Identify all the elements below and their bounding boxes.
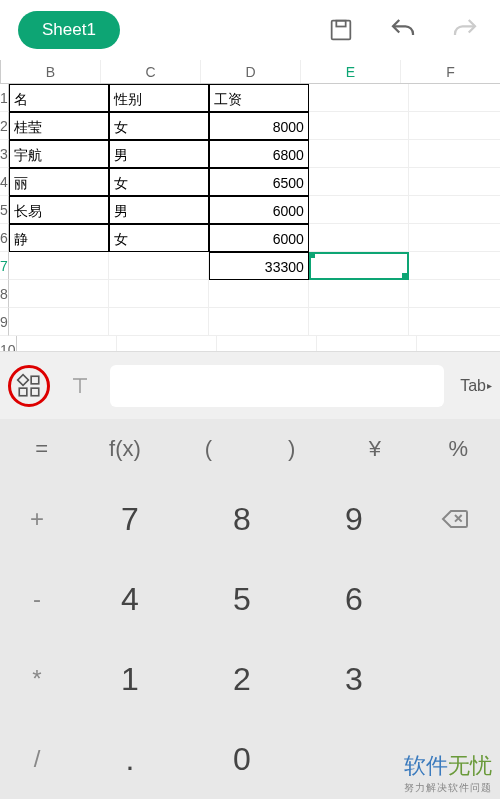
svg-rect-0: [332, 21, 351, 40]
row-header[interactable]: 6: [0, 224, 9, 252]
cell[interactable]: [409, 112, 500, 140]
cell[interactable]: [109, 252, 209, 280]
apps-icon[interactable]: [11, 366, 47, 406]
key-percent[interactable]: %: [417, 419, 500, 479]
watermark: 软件无忧 努力解决软件问题: [404, 751, 492, 795]
cell[interactable]: [9, 252, 109, 280]
col-header[interactable]: F: [401, 60, 500, 83]
cell[interactable]: [409, 280, 500, 308]
col-header[interactable]: B: [1, 60, 101, 83]
row-header[interactable]: 7: [0, 252, 9, 280]
key-equals[interactable]: =: [0, 419, 83, 479]
cell[interactable]: [209, 308, 309, 336]
cell[interactable]: 33300: [209, 252, 309, 280]
cell[interactable]: 女: [109, 112, 209, 140]
cell[interactable]: 女: [109, 224, 209, 252]
highlight-circle: [8, 365, 50, 407]
key-multiply[interactable]: *: [0, 639, 74, 719]
cell[interactable]: 男: [109, 140, 209, 168]
col-header[interactable]: C: [101, 60, 201, 83]
cell[interactable]: 性别: [109, 84, 209, 112]
row-header[interactable]: 3: [0, 140, 9, 168]
cell[interactable]: 6800: [209, 140, 309, 168]
key-8[interactable]: 8: [186, 479, 298, 559]
spreadsheet-grid[interactable]: B C D E F 1名性别工资2桂莹女80003宇航男68004丽女65005…: [0, 60, 500, 392]
cell[interactable]: [309, 224, 409, 252]
key-7[interactable]: 7: [74, 479, 186, 559]
cell[interactable]: [409, 140, 500, 168]
cell[interactable]: 男: [109, 196, 209, 224]
cell[interactable]: [309, 168, 409, 196]
svg-rect-3: [31, 376, 39, 384]
cell[interactable]: [409, 168, 500, 196]
key-1[interactable]: 1: [74, 639, 186, 719]
cell[interactable]: 6000: [209, 224, 309, 252]
cell[interactable]: [109, 280, 209, 308]
key-4[interactable]: 4: [74, 559, 186, 639]
cell[interactable]: [409, 84, 500, 112]
top-toolbar: Sheet1: [0, 0, 500, 60]
redo-icon: [448, 13, 482, 47]
cell[interactable]: 静: [9, 224, 109, 252]
key-plus[interactable]: +: [0, 479, 74, 559]
cell[interactable]: 8000: [209, 112, 309, 140]
col-header[interactable]: E: [301, 60, 401, 83]
column-headers: B C D E F: [0, 60, 500, 84]
key-dot[interactable]: .: [74, 719, 186, 799]
svg-rect-2: [18, 374, 29, 385]
row-header[interactable]: 1: [0, 84, 9, 112]
key-minus[interactable]: -: [0, 559, 74, 639]
key-2[interactable]: 2: [186, 639, 298, 719]
row-header[interactable]: 2: [0, 112, 9, 140]
svg-rect-5: [31, 388, 39, 396]
cell[interactable]: [309, 84, 409, 112]
cell[interactable]: 长易: [9, 196, 109, 224]
key-rparen[interactable]: ): [250, 419, 333, 479]
cell[interactable]: 6000: [209, 196, 309, 224]
col-header[interactable]: D: [201, 60, 301, 83]
key-6[interactable]: 6: [298, 559, 410, 639]
key-0[interactable]: 0: [186, 719, 298, 799]
svg-rect-1: [336, 21, 345, 27]
cell[interactable]: [309, 280, 409, 308]
row-header[interactable]: 9: [0, 308, 9, 336]
cell[interactable]: [409, 224, 500, 252]
key-fx[interactable]: f(x): [83, 419, 166, 479]
cell[interactable]: [309, 196, 409, 224]
row-header[interactable]: 5: [0, 196, 9, 224]
cell[interactable]: [409, 252, 500, 280]
cell[interactable]: [109, 308, 209, 336]
tab-button[interactable]: Tab▸: [454, 377, 492, 395]
key-yen[interactable]: ¥: [333, 419, 416, 479]
svg-rect-4: [19, 388, 27, 396]
cell[interactable]: [9, 280, 109, 308]
cell[interactable]: [309, 252, 409, 280]
cell[interactable]: 名: [9, 84, 109, 112]
save-icon[interactable]: [324, 13, 358, 47]
cell[interactable]: [9, 308, 109, 336]
cell[interactable]: [409, 196, 500, 224]
cell[interactable]: 工资: [209, 84, 309, 112]
cell[interactable]: 女: [109, 168, 209, 196]
undo-icon[interactable]: [386, 13, 420, 47]
key-divide[interactable]: /: [0, 719, 74, 799]
cell[interactable]: 6500: [209, 168, 309, 196]
cell[interactable]: 丽: [9, 168, 109, 196]
cell[interactable]: [309, 308, 409, 336]
key-5[interactable]: 5: [186, 559, 298, 639]
cell[interactable]: [409, 308, 500, 336]
cell[interactable]: 宇航: [9, 140, 109, 168]
cell[interactable]: [309, 112, 409, 140]
formula-input[interactable]: [110, 365, 444, 407]
key-3[interactable]: 3: [298, 639, 410, 719]
key-backspace[interactable]: [410, 479, 500, 559]
text-icon[interactable]: [60, 366, 100, 406]
row-header[interactable]: 4: [0, 168, 9, 196]
cell[interactable]: [309, 140, 409, 168]
cell[interactable]: 桂莹: [9, 112, 109, 140]
row-header[interactable]: 8: [0, 280, 9, 308]
cell[interactable]: [209, 280, 309, 308]
key-lparen[interactable]: (: [167, 419, 250, 479]
key-9[interactable]: 9: [298, 479, 410, 559]
sheet-tab[interactable]: Sheet1: [18, 11, 120, 49]
